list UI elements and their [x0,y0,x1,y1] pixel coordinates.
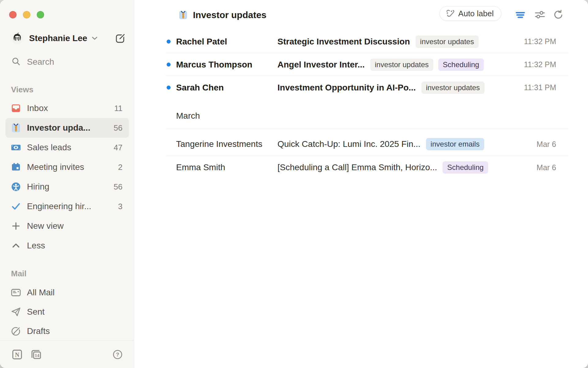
plus-icon [11,221,21,231]
unread-dot [167,63,171,67]
svg-text:14: 14 [35,353,40,358]
email-time: 11:31 PM [524,83,556,92]
email-row-emma-smith[interactable]: Emma Smith [Scheduling a Call] Emma Smit… [134,156,588,179]
calendar-icon [11,162,21,172]
label-tag-scheduling[interactable]: Scheduling [443,161,488,174]
sidebar-item-hiring[interactable]: Hiring 56 [6,177,129,197]
svg-text:?: ? [116,352,119,358]
sidebar-item-less[interactable]: Less [6,236,129,255]
sidebar-item-drafts[interactable]: Drafts [6,321,129,341]
group-heading: March [134,99,588,129]
necktie-icon [11,123,21,133]
minimize-window-button[interactable] [23,11,30,18]
notion-icon[interactable]: N [11,348,23,361]
view-header: Investor updates Auto label [134,0,588,30]
email-tags: investor emails [426,138,484,150]
email-subject: Angel Investor Inter... [277,60,365,70]
compose-icon[interactable] [115,33,126,44]
email-time: Mar 6 [537,163,556,172]
auto-label-icon [445,8,455,19]
item-count: 11 [111,104,123,113]
item-count: 47 [111,143,123,152]
mail-list: All Mail Sent Drafts [0,283,134,341]
item-count: 56 [111,182,123,192]
views-section-label: Views [0,85,134,94]
label-tag-investor-updates[interactable]: investor updates [421,82,484,94]
sidebar-item-investor-upda[interactable]: Investor upda... 56 [6,118,129,138]
window-controls [9,11,134,18]
item-count: 56 [111,123,123,133]
label-tag-investor-updates[interactable]: investor updates [370,59,433,71]
sidebar-footer: N14? [0,340,134,368]
item-count: 2 [115,163,123,172]
email-tags: investor updates [421,82,484,94]
email-sender: Tangerine Investments [176,139,277,149]
notion-calendar-icon[interactable]: 14 [30,348,42,361]
sidebar-item-inbox[interactable]: Inbox 11 [6,98,129,118]
label-tag-investor-updates[interactable]: investor updates [416,36,479,48]
sidebar-item-sent[interactable]: Sent [6,302,129,321]
email-tags: investor updatesScheduling [370,59,484,71]
necktie-icon [178,10,188,20]
mail-section-label: Mail [0,269,134,278]
label-tag-investor-emails[interactable]: investor emails [426,138,484,150]
money-icon [11,142,21,153]
search-icon [11,57,21,67]
user-name: Stephanie Lee [29,33,87,43]
avatar [11,33,23,44]
filter-icon[interactable] [515,9,526,20]
email-time: 11:32 PM [524,37,556,46]
unread-dot [167,86,171,90]
search-label: Search [27,57,54,67]
email-row-rachel-patel[interactable]: Rachel Patel Strategic Investment Discus… [134,30,588,53]
email-time: Mar 6 [537,140,556,149]
unread-dot [167,40,171,44]
email-row-marcus-thompson[interactable]: Marcus Thompson Angel Investor Inter... … [134,53,588,76]
check-icon [11,201,21,212]
page-title: Investor updates [193,10,266,20]
email-tags: Scheduling [443,161,488,174]
sidebar-item-sales-leads[interactable]: Sales leads 47 [6,138,129,157]
help-icon[interactable]: ? [112,349,123,360]
email-subject: Investment Opportunity in AI-Po... [277,83,416,93]
account-switcher[interactable]: Stephanie Lee [11,31,126,46]
email-sender: Marcus Thompson [176,60,277,70]
drafts-icon [11,326,21,336]
person-icon [11,182,21,192]
sidebar-item-engineering-hir[interactable]: Engineering hir... 3 [6,197,129,216]
email-sender: Rachel Patel [176,37,277,47]
auto-label-button[interactable]: Auto label [439,6,501,21]
sidebar-item-all-mail[interactable]: All Mail [6,283,129,302]
refresh-icon[interactable] [553,9,564,20]
auto-label-text: Auto label [458,9,494,18]
view-title-group: Investor updates [178,0,266,30]
label-tag-scheduling[interactable]: Scheduling [438,59,484,71]
email-subject: Strategic Investment Discussion [277,37,410,47]
all-mail-icon [11,287,21,298]
email-subject: [Scheduling a Call] Emma Smith, Horizo..… [277,163,437,172]
sent-icon [11,307,21,317]
sidebar-item-meeting-invites[interactable]: Meeting invites 2 [6,157,129,177]
sidebar-item-new-view[interactable]: New view [6,216,129,236]
svg-text:N: N [15,351,20,358]
email-subject: Quick Catch-Up: Lumi Inc. 2025 Fin... [277,139,420,149]
item-count: 3 [115,202,123,211]
email-time: 11:32 PM [524,60,556,69]
close-window-button[interactable] [9,11,17,18]
email-group-march: March Tangerine Investments Quick Catch-… [134,99,588,179]
zoom-window-button[interactable] [37,11,44,18]
email-tags: investor updates [416,36,479,48]
views-list: Inbox 11 Investor upda... 56 Sales leads… [0,98,134,255]
email-list: Rachel Patel Strategic Investment Discus… [134,30,588,179]
email-row-tangerine-investments[interactable]: Tangerine Investments Quick Catch-Up: Lu… [134,132,588,156]
email-sender: Sarah Chen [176,83,277,93]
sidebar: Stephanie Lee Search Views [0,0,134,368]
app-window: Stephanie Lee Search Views [0,0,588,368]
email-row-sarah-chen[interactable]: Sarah Chen Investment Opportunity in AI-… [134,76,588,99]
inbox-icon [11,103,21,113]
email-group: Rachel Patel Strategic Investment Discus… [134,30,588,99]
email-sender: Emma Smith [176,163,277,172]
search-button[interactable]: Search [0,55,134,69]
main-panel: Investor updates Auto label [134,0,588,368]
sliders-icon[interactable] [534,9,545,20]
